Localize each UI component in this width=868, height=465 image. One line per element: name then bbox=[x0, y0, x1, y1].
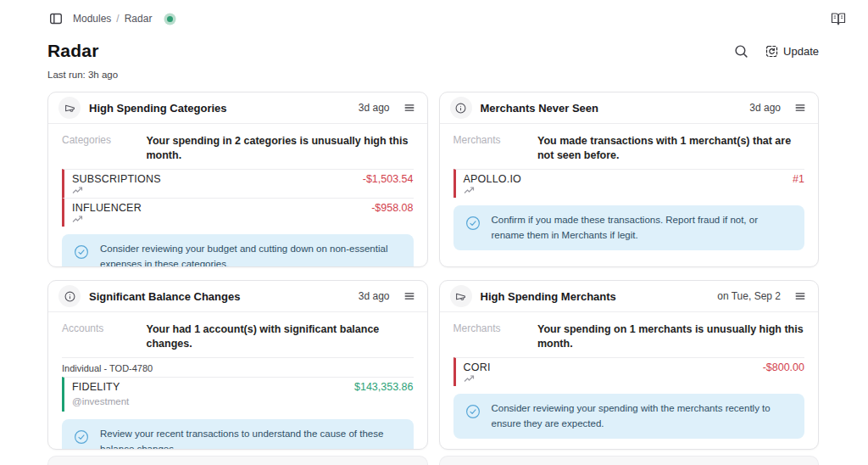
info-icon bbox=[450, 97, 472, 119]
search-button[interactable] bbox=[732, 42, 750, 60]
panel-left-icon bbox=[49, 12, 63, 25]
data-row[interactable]: SUBSCRIPTIONS -$1,503.54 bbox=[62, 169, 414, 198]
trending-up-icon bbox=[72, 215, 414, 223]
trending-up-icon bbox=[72, 186, 414, 194]
tip-box: Consider reviewing your spending with th… bbox=[453, 394, 805, 440]
update-button[interactable]: Update bbox=[765, 45, 819, 58]
card-timestamp: on Tue, Sep 2 bbox=[717, 290, 781, 302]
sidebar-toggle-button[interactable] bbox=[47, 10, 64, 27]
megaphone-icon bbox=[450, 285, 472, 307]
card-menu-button[interactable] bbox=[402, 289, 417, 304]
row-name: APOLLO.IO bbox=[464, 173, 522, 185]
tip-text: Consider reviewing your spending with th… bbox=[492, 401, 793, 432]
tip-text: Review your recent transactions to under… bbox=[100, 427, 402, 450]
card-peek bbox=[47, 456, 428, 465]
row-value: -$800.00 bbox=[763, 361, 804, 373]
card-merchants-never-seen: Merchants Never Seen 3d ago Merchants Yo… bbox=[439, 92, 820, 267]
top-bar: Modules / Radar bbox=[0, 0, 868, 27]
card-high-spending-merchants: High Spending Merchants on Tue, Sep 2 Me… bbox=[439, 280, 820, 450]
check-circle-icon bbox=[74, 429, 89, 445]
cards-grid: High Spending Categories 3d ago Categori… bbox=[47, 92, 819, 450]
check-circle-icon bbox=[74, 244, 89, 260]
page-title: Radar bbox=[47, 41, 732, 61]
card-menu-button[interactable] bbox=[793, 100, 808, 115]
row-subtext: @investment bbox=[72, 396, 129, 406]
card-menu-button[interactable] bbox=[402, 100, 417, 115]
menu-icon bbox=[794, 290, 806, 302]
next-row-peek bbox=[47, 456, 819, 465]
card-section-label: Merchants bbox=[453, 134, 501, 146]
menu-icon bbox=[403, 102, 415, 114]
data-row[interactable]: CORI -$800.00 bbox=[453, 357, 805, 386]
update-button-label: Update bbox=[783, 45, 819, 58]
megaphone-icon bbox=[58, 97, 81, 119]
data-row[interactable]: INFLUENCER -$958.08 bbox=[62, 198, 414, 227]
breadcrumb-separator: / bbox=[116, 13, 119, 25]
tip-text: Confirm if you made these transactions. … bbox=[492, 213, 793, 244]
tip-box: Consider reviewing your budget and cutti… bbox=[62, 234, 414, 267]
menu-icon bbox=[403, 290, 415, 302]
card-title: Merchants Never Seen bbox=[481, 102, 742, 115]
card-section-label: Merchants bbox=[453, 322, 501, 334]
card-peek bbox=[439, 456, 820, 465]
account-group-label: Individual - TOD-4780 bbox=[62, 357, 414, 377]
row-value: #1 bbox=[793, 173, 804, 185]
title-bar: Radar Update bbox=[0, 27, 868, 61]
card-summary: Your spending on 1 merchants is unusuall… bbox=[537, 322, 804, 351]
breadcrumb-item-modules[interactable]: Modules bbox=[73, 13, 111, 25]
tip-text: Consider reviewing your budget and cutti… bbox=[100, 242, 402, 267]
row-name: SUBSCRIPTIONS bbox=[72, 173, 161, 185]
card-section-label: Categories bbox=[62, 134, 111, 146]
row-name: INFLUENCER bbox=[72, 202, 142, 214]
card-summary: You made transactions with 1 merchant(s)… bbox=[537, 134, 804, 163]
refresh-schedule-icon bbox=[765, 45, 778, 58]
last-run-text: Last run: 3h ago bbox=[0, 61, 868, 80]
menu-icon bbox=[794, 102, 806, 114]
book-open-icon bbox=[831, 11, 846, 26]
card-significant-balance-changes: Significant Balance Changes 3d ago Accou… bbox=[47, 280, 428, 450]
data-row[interactable]: APOLLO.IO #1 bbox=[453, 169, 805, 198]
check-circle-icon bbox=[465, 216, 481, 231]
card-timestamp: 3d ago bbox=[749, 102, 781, 114]
trending-up-icon bbox=[464, 374, 805, 383]
card-section-label: Accounts bbox=[62, 322, 103, 334]
tip-box: Confirm if you made these transactions. … bbox=[453, 205, 805, 251]
card-timestamp: 3d ago bbox=[359, 102, 390, 114]
info-icon bbox=[58, 285, 81, 307]
status-dot bbox=[167, 16, 173, 22]
check-circle-icon bbox=[465, 404, 481, 419]
card-summary: Your spending in 2 categories is unusual… bbox=[146, 134, 413, 163]
docs-button[interactable] bbox=[829, 9, 848, 28]
card-summary: Your had 1 account(s) with significant b… bbox=[146, 322, 413, 351]
card-title: High Spending Merchants bbox=[481, 290, 709, 303]
card-title: Significant Balance Changes bbox=[89, 290, 350, 303]
data-row[interactable]: FIDELITY $143,353.86 @investment bbox=[62, 377, 414, 412]
tip-box: Review your recent transactions to under… bbox=[62, 419, 414, 450]
row-name: CORI bbox=[464, 361, 491, 373]
card-high-spending-categories: High Spending Categories 3d ago Categori… bbox=[47, 92, 428, 267]
card-menu-button[interactable] bbox=[793, 289, 808, 304]
search-icon bbox=[734, 44, 748, 59]
row-name: FIDELITY bbox=[72, 381, 120, 393]
card-timestamp: 3d ago bbox=[359, 290, 390, 302]
breadcrumb: Modules / Radar bbox=[73, 13, 152, 25]
row-value: $143,353.86 bbox=[354, 381, 414, 393]
row-value: -$1,503.54 bbox=[363, 173, 414, 185]
row-value: -$958.08 bbox=[371, 202, 413, 214]
trending-up-icon bbox=[464, 186, 805, 194]
card-title: High Spending Categories bbox=[89, 102, 350, 115]
breadcrumb-item-radar[interactable]: Radar bbox=[125, 13, 153, 25]
